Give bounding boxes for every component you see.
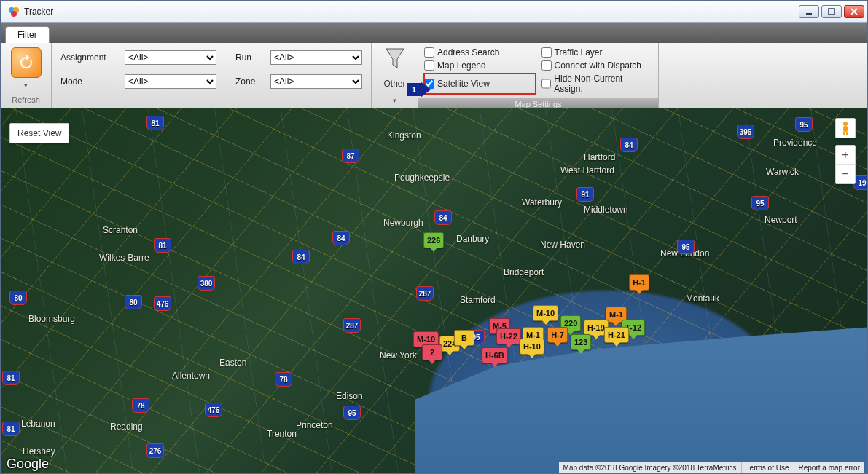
- run-select[interactable]: <All>: [270, 50, 362, 65]
- vehicle-marker[interactable]: H-6B: [482, 347, 508, 363]
- vehicle-marker[interactable]: H-7: [547, 327, 568, 343]
- assignment-label: Assignment: [60, 52, 119, 63]
- route-shield: 476: [205, 403, 222, 417]
- connect-dispatch-checkbox[interactable]: Connect with Dispatch: [541, 60, 653, 71]
- route-shield: 81: [2, 371, 20, 385]
- route-shield: 81: [2, 422, 20, 436]
- mode-label: Mode: [60, 76, 119, 87]
- window-controls: [799, 5, 864, 18]
- app-icon: [8, 6, 20, 17]
- map-canvas[interactable]: KingstonHartfordWest HartfordProvidenceW…: [1, 108, 867, 474]
- titlebar: Tracker: [1, 1, 867, 23]
- other-label[interactable]: Other: [383, 79, 405, 89]
- route-shield: 84: [620, 138, 638, 152]
- svg-rect-3: [806, 13, 812, 15]
- close-button[interactable]: [844, 5, 864, 18]
- funnel-icon: [385, 47, 405, 71]
- maximize-button[interactable]: [821, 5, 842, 18]
- map-attribution: Map data ©2018 Google Imagery ©2018 Terr…: [559, 462, 864, 473]
- route-shield: 380: [198, 276, 215, 291]
- svg-point-2: [11, 11, 17, 17]
- route-shield: 84: [434, 210, 452, 225]
- route-shield: 395: [737, 125, 754, 139]
- route-shield: 81: [146, 116, 164, 130]
- zone-select[interactable]: <All>: [270, 74, 362, 89]
- run-label: Run: [235, 52, 265, 63]
- tab-filter[interactable]: Filter: [5, 26, 50, 43]
- minimize-button[interactable]: [799, 5, 819, 18]
- svg-point-5: [843, 122, 848, 126]
- hide-non-current-checkbox[interactable]: Hide Non-Current Assign.: [541, 74, 653, 94]
- route-shield: 80: [125, 295, 142, 309]
- google-logo: Google: [7, 457, 49, 472]
- map-settings-group: Address Search Traffic Layer Map Legend …: [418, 43, 659, 108]
- zoom-in-button[interactable]: +: [836, 146, 855, 165]
- zoom-out-button[interactable]: −: [836, 165, 855, 183]
- route-shield: 95: [795, 117, 813, 132]
- zoom-controls: + −: [835, 145, 856, 184]
- route-shield: 80: [9, 291, 27, 305]
- refresh-button[interactable]: [11, 47, 42, 78]
- route-shield: 476: [154, 296, 171, 311]
- filters-group: Assignment <All> Run <All> Mode <All> Zo…: [52, 43, 372, 108]
- route-shield: 276: [146, 443, 164, 458]
- report-error-link[interactable]: Report a map error: [794, 462, 864, 473]
- vehicle-marker[interactable]: H-21: [604, 327, 629, 343]
- route-shield: 78: [275, 372, 292, 387]
- route-shield: 78: [132, 398, 149, 413]
- vehicle-marker[interactable]: 2: [422, 344, 442, 360]
- route-shield: 84: [332, 231, 350, 245]
- other-filters-group: Other ▾: [372, 43, 418, 108]
- vehicle-marker[interactable]: H-10: [520, 339, 544, 355]
- vehicle-marker[interactable]: 123: [571, 334, 591, 350]
- route-shield: 91: [576, 187, 594, 202]
- assignment-select[interactable]: <All>: [125, 50, 216, 65]
- route-shield: 287: [343, 318, 361, 333]
- callout-step-1: 1: [407, 82, 431, 98]
- refresh-label: Refresh: [7, 92, 45, 104]
- map-legend-checkbox[interactable]: Map Legend: [424, 60, 536, 71]
- route-shield: 95: [751, 196, 769, 210]
- route-shield: 81: [154, 238, 171, 253]
- vehicle-marker[interactable]: H-22: [496, 328, 521, 344]
- route-shield: 287: [416, 286, 434, 301]
- ribbon-toolbar: ▾ Refresh Assignment <All> Run <All> Mod…: [1, 43, 867, 108]
- refresh-group: ▾ Refresh: [1, 43, 52, 108]
- vehicle-marker[interactable]: 226: [423, 232, 444, 248]
- svg-rect-7: [843, 132, 845, 135]
- address-search-checkbox[interactable]: Address Search: [424, 47, 536, 58]
- svg-rect-8: [846, 132, 848, 135]
- traffic-layer-checkbox[interactable]: Traffic Layer: [541, 47, 653, 58]
- tab-strip: Filter: [1, 23, 867, 43]
- vehicle-marker[interactable]: H-1: [629, 274, 649, 291]
- refresh-dropdown-icon[interactable]: ▾: [24, 82, 28, 89]
- pegman-icon[interactable]: [835, 118, 856, 138]
- route-shield: 95: [677, 240, 695, 254]
- svg-rect-6: [843, 126, 848, 132]
- satellite-view-checkbox[interactable]: Satellite View: [424, 74, 536, 94]
- reset-view-button[interactable]: Reset View: [9, 123, 69, 143]
- mode-select[interactable]: <All>: [125, 74, 216, 89]
- svg-rect-4: [829, 9, 834, 15]
- vehicle-marker[interactable]: B: [454, 330, 474, 346]
- window-title: Tracker: [24, 7, 53, 17]
- terms-link[interactable]: Terms of Use: [741, 462, 794, 473]
- attribution-text: Map data ©2018 Google Imagery ©2018 Terr…: [559, 462, 741, 473]
- route-shield: 84: [292, 250, 310, 264]
- route-shield: 87: [342, 149, 359, 163]
- route-shield: 95: [343, 406, 361, 420]
- zone-label: Zone: [235, 76, 265, 87]
- vehicle-marker[interactable]: M-10: [533, 305, 558, 321]
- other-dropdown-icon[interactable]: ▾: [393, 97, 396, 104]
